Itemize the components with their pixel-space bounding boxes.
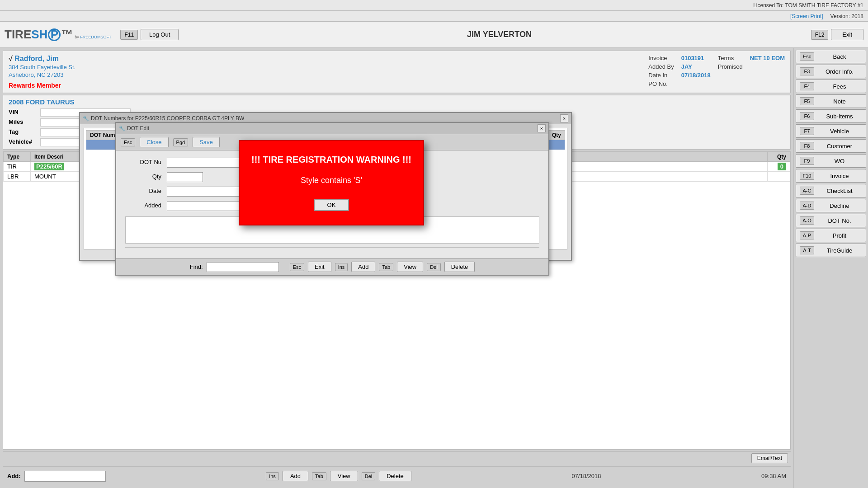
customer-name: √ Radford, Jim	[9, 55, 639, 63]
order-info-label: Order Info.	[817, 68, 862, 75]
view-btn-dialog[interactable]: View	[397, 262, 423, 272]
row-qty	[768, 172, 790, 182]
invoice-info: Invoice 0103191 Terms NET 10 EOM Added B…	[648, 55, 785, 89]
sidebar-btn-tireguide[interactable]: A-T TireGuide	[796, 244, 866, 257]
dot-save-btn[interactable]: Save	[193, 137, 220, 147]
added-by-label: Added By	[648, 63, 674, 70]
warning-message: Style contains 'S'	[250, 176, 412, 185]
logo-tire: TIRE	[5, 28, 31, 42]
wo-label: WO	[817, 158, 862, 164]
back-label: Back	[817, 53, 862, 60]
row-qty: 0	[768, 162, 790, 172]
find-input[interactable]	[207, 262, 279, 272]
dot-date-label: Date	[125, 187, 161, 197]
invoice-value: 0103191	[681, 55, 711, 61]
delete-btn-dialog[interactable]: Delete	[444, 262, 475, 272]
customer-city: Asheboro, NC 27203	[9, 71, 639, 78]
dot-numbers-title: DOT Numbers for P225/60R15 COOPER COBRA …	[91, 115, 244, 122]
f3-key: F3	[800, 67, 814, 75]
promised-label: Promised	[718, 63, 743, 70]
ac-key: A-C	[800, 187, 814, 195]
version-text: Version: 2018	[830, 13, 863, 19]
dot-numbers-close-btn[interactable]: ×	[560, 114, 568, 122]
checkmark: √	[9, 55, 14, 62]
miles-label: Miles	[9, 118, 36, 127]
warning-title: !!! TIRE REGISTRATION WARNING !!!	[250, 155, 412, 165]
sidebar-btn-vehicle[interactable]: F7 Vehicle	[796, 124, 866, 138]
invoice-label: Invoice	[648, 55, 674, 61]
licensed-text: Licensed To: TOM SMITH TIRE FACTORY #1	[753, 2, 863, 9]
terms-value: NET 10 EOM	[750, 55, 785, 61]
sidebar-btn-back[interactable]: Esc Back	[796, 50, 866, 63]
f9-key: F9	[800, 157, 814, 165]
dot-edit-close-btn[interactable]: ×	[538, 124, 546, 132]
view-button-bottom[interactable]: View	[330, 471, 358, 481]
dot-close-btn[interactable]: Close	[140, 137, 168, 147]
ad-key: A-D	[800, 202, 814, 210]
user-name: JIM YELVERTON	[467, 30, 532, 39]
dot-num-label: DOT Nu	[125, 158, 161, 168]
sidebar-btn-profit[interactable]: A-P Profit	[796, 229, 866, 242]
vehicle-label: Vehicle	[817, 128, 862, 135]
logo-by: by FREEDOMSOFT	[75, 35, 111, 39]
sidebar-btn-wo[interactable]: F9 WO	[796, 154, 866, 168]
tab-key-dialog: Tab	[379, 263, 393, 271]
email-text-button[interactable]: Email/Text	[751, 453, 788, 463]
sidebar-btn-sub-items[interactable]: F6 Sub-Items	[796, 109, 866, 123]
warning-dialog: !!! TIRE REGISTRATION WARNING !!! Style …	[239, 140, 424, 225]
esc-key-bottom: Esc	[290, 263, 304, 271]
tireguide-label: TireGuide	[817, 247, 862, 254]
add-btn-dialog[interactable]: Add	[351, 262, 375, 272]
rewards-badge: Rewards Member	[9, 82, 639, 89]
add-label: Add:	[7, 473, 21, 479]
vin-label: VIN	[9, 108, 36, 117]
exit-btn[interactable]: Exit	[308, 262, 331, 272]
sidebar-btn-checklist[interactable]: A-C CheckList	[796, 184, 866, 197]
f4-key: F4	[800, 82, 814, 90]
ao-key: A-O	[800, 216, 814, 225]
logo: TIRE SH P ™ by FREEDOMSOFT	[5, 28, 111, 42]
sidebar-btn-dot-no[interactable]: A-O DOT No.	[796, 214, 866, 227]
sidebar-btn-note[interactable]: F5 Note	[796, 94, 866, 108]
added-by-value: JAY	[681, 63, 711, 70]
customer-info: √ Radford, Jim 384 South Fayetteville St…	[9, 55, 639, 89]
sidebar-btn-decline[interactable]: A-D Decline	[796, 199, 866, 212]
note-label: Note	[817, 98, 862, 105]
warning-ok-button[interactable]: OK	[314, 199, 349, 211]
ap-key: A-P	[800, 231, 814, 239]
sidebar-btn-fees[interactable]: F4 Fees	[796, 80, 866, 93]
dot-edit-titlebar: 🔧 DOT Edit ×	[116, 123, 548, 134]
invoice-label: Invoice	[817, 173, 862, 179]
dot-edit-title: DOT Edit	[127, 125, 149, 131]
logo-tm: ™	[61, 28, 73, 42]
sub-items-label: Sub-Items	[817, 113, 862, 120]
date-in-value: 07/18/2018	[681, 72, 711, 79]
exit-button[interactable]: Exit	[831, 29, 863, 40]
date-display: 07/18/2018	[571, 473, 601, 479]
screen-print-link[interactable]: [Screen Print]	[790, 13, 823, 19]
vehicle-title: 2008 FORD TAURUS	[9, 98, 785, 106]
ins-key-bottom: Ins	[266, 472, 279, 480]
f5-key: F5	[800, 97, 814, 105]
date-in-label: Date In	[648, 72, 674, 79]
del-key-bottom: Del	[362, 472, 376, 480]
delete-button-bottom[interactable]: Delete	[379, 471, 411, 481]
sidebar-btn-customer[interactable]: F8 Customer	[796, 139, 866, 153]
dot-added-label: Added	[125, 201, 161, 211]
time-display: 09:38 AM	[761, 473, 786, 479]
logo-shop: SH	[31, 28, 47, 42]
ins-key-dialog: Ins	[335, 263, 348, 271]
dot-qty-input[interactable]	[167, 172, 203, 182]
f6-key: F6	[800, 112, 814, 120]
add-input[interactable]	[24, 471, 106, 482]
checklist-label: CheckList	[817, 188, 862, 194]
logout-button[interactable]: Log Out	[141, 29, 179, 40]
del-key-dialog: Del	[427, 263, 441, 271]
terms-label: Terms	[718, 55, 743, 61]
sidebar-btn-invoice[interactable]: F10 Invoice	[796, 169, 866, 183]
dot-edit-icon: 🔧	[119, 126, 125, 131]
add-button-bottom[interactable]: Add	[283, 471, 308, 481]
top-info: Licensed To: TOM SMITH TIRE FACTORY #1	[753, 2, 863, 9]
sidebar-btn-order-info[interactable]: F3 Order Info.	[796, 65, 866, 78]
f8-key: F8	[800, 142, 814, 150]
